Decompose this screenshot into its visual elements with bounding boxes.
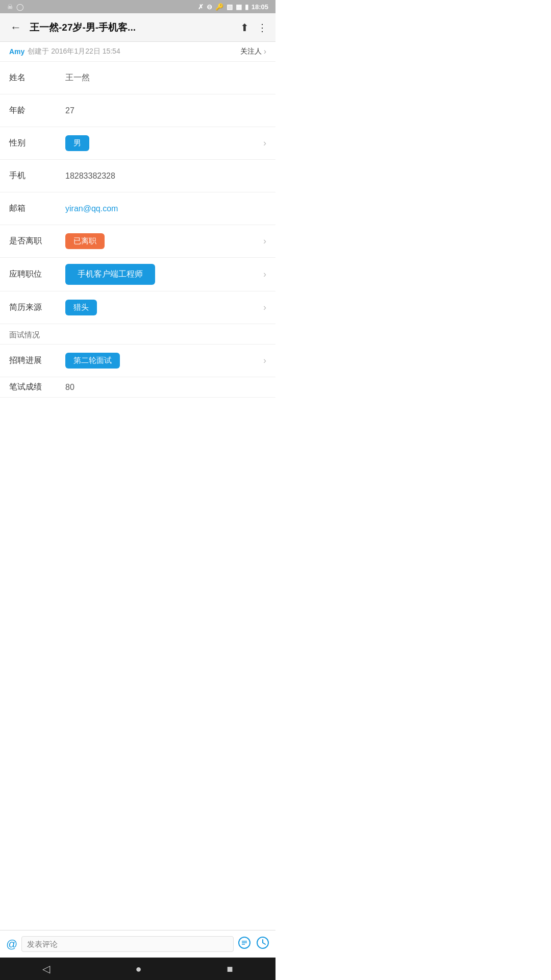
position-chevron: ›: [263, 269, 266, 280]
recruit-progress-badge[interactable]: 第二轮面试: [65, 353, 120, 369]
wifi-icon: ☠: [7, 3, 13, 11]
info-section: 姓名 王一然 年龄 27 性别 男 › 手机 18283382328 邮箱 yi…: [0, 62, 276, 324]
field-resigned[interactable]: 是否离职 已离职 ›: [0, 225, 276, 258]
status-bar: ☠ ◯ ✗ ⊖ 🔑 ▧ ▩ ▮ 18:05: [0, 0, 276, 13]
value-source: 猎头: [65, 300, 259, 315]
created-date: 创建于 2016年1月22日 15:54: [28, 47, 120, 56]
meta-row: Amy 创建于 2016年1月22日 15:54 关注人 ›: [0, 42, 276, 62]
signal-bars-icon: ▧: [227, 3, 233, 11]
position-badge[interactable]: 手机客户端工程师: [65, 264, 155, 285]
minus-circle-icon: ⊖: [207, 3, 212, 11]
label-email: 邮箱: [9, 203, 65, 214]
share-button[interactable]: ⬆: [240, 21, 249, 34]
source-badge[interactable]: 猎头: [65, 300, 97, 315]
field-recruit-progress[interactable]: 招聘进展 第二轮面试 ›: [0, 345, 276, 377]
signal-icon: ◯: [16, 3, 24, 11]
value-age: 27: [65, 106, 266, 115]
key-icon: 🔑: [215, 3, 223, 11]
label-source: 简历来源: [9, 302, 65, 313]
label-recruit-progress: 招聘进展: [9, 355, 65, 366]
value-position: 手机客户端工程师: [65, 264, 259, 285]
label-age: 年龄: [9, 105, 65, 116]
field-position[interactable]: 应聘职位 手机客户端工程师 ›: [0, 258, 276, 291]
time-display: 18:05: [252, 3, 268, 11]
label-phone: 手机: [9, 170, 65, 181]
value-resigned: 已离职: [65, 233, 259, 249]
value-recruit-progress: 第二轮面试: [65, 353, 259, 369]
recruit-progress-chevron: ›: [263, 355, 266, 366]
label-resigned: 是否离职: [9, 236, 65, 247]
battery-icon: ▮: [245, 3, 248, 11]
app-bar-actions: ⬆ ⋮: [240, 21, 267, 34]
label-written-score: 笔试成绩: [9, 382, 65, 393]
status-bar-right: ✗ ⊖ 🔑 ▧ ▩ ▮ 18:05: [198, 3, 268, 11]
follow-link[interactable]: 关注人 ›: [240, 47, 266, 56]
back-button[interactable]: ←: [8, 19, 23, 36]
value-written-score: 80: [65, 383, 266, 392]
follow-chevron: ›: [264, 47, 266, 56]
meta-info: Amy 创建于 2016年1月22日 15:54: [9, 47, 120, 56]
field-written-score: 笔试成绩 80: [0, 377, 276, 398]
source-chevron: ›: [263, 302, 266, 313]
resigned-chevron: ›: [263, 236, 266, 247]
value-email[interactable]: yiran@qq.com: [65, 204, 266, 213]
page-title: 王一然-27岁-男-手机客...: [30, 21, 234, 34]
field-phone: 手机 18283382328: [0, 160, 276, 192]
field-gender[interactable]: 性别 男 ›: [0, 127, 276, 160]
follow-label: 关注人: [240, 47, 262, 56]
field-email: 邮箱 yiran@qq.com: [0, 192, 276, 225]
no-sim-icon: ▩: [236, 3, 242, 11]
gender-chevron: ›: [263, 138, 266, 149]
field-name: 姓名 王一然: [0, 62, 276, 94]
author-name[interactable]: Amy: [9, 47, 24, 56]
more-button[interactable]: ⋮: [257, 21, 267, 34]
status-bar-left: ☠ ◯: [7, 3, 24, 11]
label-position: 应聘职位: [9, 269, 65, 280]
bluetooth-icon: ✗: [198, 3, 204, 11]
field-source[interactable]: 简历来源 猎头 ›: [0, 291, 276, 324]
label-name: 姓名: [9, 72, 65, 83]
app-bar: ← 王一然-27岁-男-手机客... ⬆ ⋮: [0, 13, 276, 42]
resigned-badge[interactable]: 已离职: [65, 233, 105, 249]
value-gender: 男: [65, 135, 259, 151]
recruit-section: 招聘进展 第二轮面试 › 笔试成绩 80: [0, 345, 276, 398]
value-phone: 18283382328: [65, 172, 266, 181]
label-gender: 性别: [9, 138, 65, 149]
value-name: 王一然: [65, 72, 266, 83]
field-age: 年龄 27: [0, 94, 276, 127]
section-header-interview: 面试情况: [0, 324, 276, 345]
gender-badge[interactable]: 男: [65, 135, 89, 151]
